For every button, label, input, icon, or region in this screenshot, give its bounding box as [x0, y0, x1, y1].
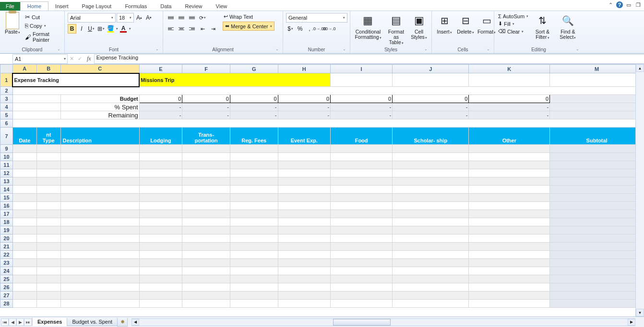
sheet-nav-next[interactable]: ▶	[16, 318, 24, 326]
copy-button[interactable]: ⎘Copy▾	[24, 22, 61, 30]
fx-cancel-icon[interactable]: ✕	[68, 56, 76, 62]
row-header[interactable]: 12	[0, 169, 13, 177]
vertical-scrollbar[interactable]: ▲ ▼	[635, 64, 644, 316]
row-header[interactable]: 15	[0, 194, 13, 202]
increase-font-button[interactable]: A▴	[135, 13, 143, 23]
select-all-corner[interactable]	[0, 65, 13, 73]
scroll-thumb[interactable]	[333, 319, 391, 326]
align-middle-button[interactable]	[177, 13, 186, 23]
cell-title[interactable]: Expense Tracking	[12, 73, 139, 87]
sheet-nav-prev[interactable]: ◀	[9, 318, 16, 326]
cut-button[interactable]: ✂Cut	[24, 13, 61, 21]
col-header[interactable]: M	[550, 65, 644, 73]
row-header[interactable]: 25	[0, 275, 13, 283]
sort-filter-button[interactable]: ⇅Sort & Filter▾	[531, 12, 554, 41]
wrap-text-button[interactable]: ↩Wrap Text	[223, 13, 274, 20]
decrease-font-button[interactable]: A▾	[144, 13, 153, 23]
fill-button[interactable]: ⬇Fill▾	[497, 20, 529, 27]
percent-button[interactable]: %	[296, 24, 304, 34]
ribbon-minimize-icon[interactable]: ⌃	[607, 1, 614, 9]
border-button[interactable]: ⊞▾	[96, 24, 105, 34]
row-header[interactable]: 20	[0, 234, 13, 243]
align-bottom-button[interactable]	[187, 13, 197, 23]
fx-enter-icon[interactable]: ✓	[76, 56, 84, 62]
font-color-button[interactable]: A	[119, 24, 128, 34]
paste-button[interactable]: Paste▾	[3, 12, 22, 36]
tab-formulas[interactable]: Formulas	[118, 2, 154, 11]
row-header[interactable]: 3	[0, 95, 13, 103]
row-header[interactable]: 19	[0, 226, 13, 234]
delete-cells-button[interactable]: ⊟Delete▾	[456, 12, 475, 36]
row-header[interactable]: 4	[0, 103, 13, 111]
window-minimize-icon[interactable]: ▭	[625, 1, 632, 9]
new-sheet-button[interactable]: ✸	[117, 318, 128, 327]
name-box[interactable]: A1	[12, 54, 68, 64]
merge-center-button[interactable]: ⬌Merge & Center▾	[223, 22, 274, 31]
row-header[interactable]: 18	[0, 218, 13, 226]
row-header[interactable]: 27	[0, 292, 13, 300]
row-header[interactable]: 21	[0, 243, 13, 251]
scroll-right-icon[interactable]: ▶	[628, 319, 635, 326]
row-header[interactable]: 28	[0, 300, 13, 308]
spreadsheet-grid[interactable]: A B C E F G H I J K M 1 Expense Tracking…	[0, 64, 644, 308]
row-header[interactable]: 2	[0, 87, 13, 95]
align-left-button[interactable]	[166, 24, 176, 34]
orientation-button[interactable]: ⟳▾	[198, 13, 207, 23]
format-as-table-button[interactable]: ▤Format as Table▾	[385, 12, 407, 47]
help-icon[interactable]: ?	[616, 1, 623, 8]
cell-event-name[interactable]: Missions Trip	[139, 73, 330, 87]
tab-insert[interactable]: Insert	[48, 2, 75, 11]
find-select-button[interactable]: 🔍Find & Select▾	[556, 12, 580, 41]
decrease-decimal-button[interactable]: .00→.0	[324, 24, 333, 34]
fill-color-button[interactable]: 🪣	[106, 24, 115, 34]
col-header[interactable]: E	[139, 65, 182, 73]
sheet-nav-last[interactable]: ⏭	[24, 318, 32, 326]
sheet-nav-first[interactable]: ⏮	[1, 318, 9, 326]
number-format-combo[interactable]: General▾	[286, 13, 347, 23]
align-right-button[interactable]	[187, 24, 197, 34]
row-header[interactable]: 6	[0, 119, 13, 128]
format-cells-button[interactable]: ▭Format▾	[477, 12, 496, 36]
decrease-indent-button[interactable]: ⇤	[198, 24, 207, 34]
col-header[interactable]: H	[278, 65, 331, 73]
scroll-left-icon[interactable]: ◀	[131, 319, 139, 326]
row-header[interactable]: 14	[0, 186, 13, 194]
italic-button[interactable]: I	[77, 24, 86, 34]
clear-button[interactable]: ⌫Clear▾	[497, 28, 529, 35]
underline-button[interactable]: U▾	[87, 24, 95, 34]
cell-remaining-label[interactable]: Remaining	[60, 111, 139, 119]
font-size-combo[interactable]: 18▾	[117, 13, 134, 23]
fx-icon[interactable]: fx	[84, 55, 94, 62]
conditional-formatting-button[interactable]: ▦Conditional Formatting▾	[353, 12, 383, 41]
horizontal-scrollbar[interactable]: ◀ ▶	[131, 318, 635, 326]
col-header[interactable]: G	[230, 65, 278, 73]
format-painter-button[interactable]: 🖌Format Painter	[24, 31, 61, 43]
row-header[interactable]: 24	[0, 267, 13, 275]
row-header[interactable]: 9	[0, 145, 13, 153]
tab-view[interactable]: View	[209, 2, 234, 11]
col-header[interactable]: I	[331, 65, 393, 73]
autosum-button[interactable]: ΣAutoSum▾	[497, 13, 529, 20]
col-header[interactable]: C	[60, 65, 139, 73]
cell-budget-label[interactable]: Budget	[60, 95, 139, 103]
row-header[interactable]: 22	[0, 251, 13, 259]
tab-page-layout[interactable]: Page Layout	[75, 2, 119, 11]
cell-pct-label[interactable]: % Spent	[60, 103, 139, 111]
tab-review[interactable]: Review	[178, 2, 209, 11]
col-header[interactable]: B	[36, 65, 60, 73]
row-header[interactable]: 10	[0, 153, 13, 161]
scroll-up-icon[interactable]: ▲	[636, 64, 644, 72]
font-name-combo[interactable]: Arial▾	[68, 13, 116, 23]
formula-bar[interactable]: Expense Tracking	[94, 54, 644, 64]
align-top-button[interactable]	[166, 13, 176, 23]
col-header[interactable]: K	[469, 65, 550, 73]
row-header[interactable]: 23	[0, 259, 13, 267]
scroll-down-icon[interactable]: ▼	[636, 309, 644, 316]
align-center-button[interactable]	[177, 24, 186, 34]
bold-button[interactable]: B	[68, 24, 76, 34]
row-header[interactable]: 11	[0, 161, 13, 169]
accounting-button[interactable]: $▾	[286, 24, 295, 34]
row-header[interactable]: 1	[0, 73, 13, 87]
sheet-tab-expenses[interactable]: Expenses	[32, 318, 67, 326]
row-header[interactable]: 17	[0, 210, 13, 218]
